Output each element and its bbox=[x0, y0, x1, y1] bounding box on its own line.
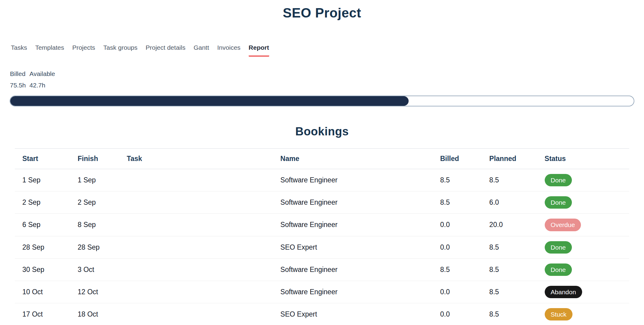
cell-task bbox=[119, 236, 273, 258]
cell-task bbox=[119, 303, 273, 325]
cell-planned: 8.5 bbox=[482, 281, 537, 303]
available-label: Available bbox=[30, 70, 55, 77]
billed-progress-bar bbox=[10, 96, 634, 106]
cell-planned: 8.5 bbox=[482, 169, 537, 191]
table-row: 28 Sep28 SepSEO Expert0.08.5Done bbox=[15, 236, 629, 258]
cell-name: SEO Expert bbox=[273, 236, 432, 258]
available-summary-col: Available 42.7h bbox=[30, 70, 55, 89]
cell-task bbox=[119, 258, 273, 281]
cell-finish: 2 Sep bbox=[70, 191, 119, 214]
cell-name: Software Engineer bbox=[273, 169, 432, 191]
cell-finish: 3 Oct bbox=[70, 258, 119, 281]
billed-value: 75.5h bbox=[10, 82, 26, 89]
status-badge: Stuck bbox=[545, 308, 573, 320]
cell-task bbox=[119, 214, 273, 236]
billed-summary-col: Billed 75.5h bbox=[10, 70, 26, 89]
tab-templates[interactable]: Templates bbox=[35, 44, 64, 57]
cell-start: 17 Oct bbox=[15, 303, 70, 325]
header-row: StartFinishTaskNameBilledPlannedStatus bbox=[15, 149, 629, 169]
billed-available-summary: Billed 75.5h Available 42.7h bbox=[0, 70, 644, 89]
table-row: 17 Oct18 OctSEO Expert0.08.5Stuck bbox=[15, 303, 629, 325]
cell-status: Stuck bbox=[537, 303, 629, 325]
tab-tasks[interactable]: Tasks bbox=[11, 44, 27, 57]
cell-name: Software Engineer bbox=[273, 281, 432, 303]
column-header-finish: Finish bbox=[70, 149, 119, 169]
cell-billed: 0.0 bbox=[432, 281, 482, 303]
available-value: 42.7h bbox=[30, 82, 55, 89]
tab-report[interactable]: Report bbox=[249, 44, 269, 57]
table-row: 30 Sep3 OctSoftware Engineer8.58.5Done bbox=[15, 258, 629, 281]
cell-status: Abandon bbox=[537, 281, 629, 303]
tab-gantt[interactable]: Gantt bbox=[193, 44, 209, 57]
bookings-table: StartFinishTaskNameBilledPlannedStatus 1… bbox=[15, 148, 629, 325]
cell-start: 1 Sep bbox=[15, 169, 70, 191]
status-badge: Done bbox=[545, 263, 572, 276]
cell-planned: 8.5 bbox=[482, 236, 537, 258]
cell-status: Overdue bbox=[537, 214, 629, 236]
cell-finish: 8 Sep bbox=[70, 214, 119, 236]
cell-name: Software Engineer bbox=[273, 258, 432, 281]
cell-billed: 0.0 bbox=[432, 303, 482, 325]
cell-task bbox=[119, 281, 273, 303]
status-badge: Done bbox=[545, 196, 572, 209]
cell-planned: 8.5 bbox=[482, 303, 537, 325]
cell-task bbox=[119, 169, 273, 191]
status-badge: Done bbox=[545, 241, 572, 254]
cell-task bbox=[119, 191, 273, 214]
cell-status: Done bbox=[537, 169, 629, 191]
cell-start: 6 Sep bbox=[15, 214, 70, 236]
tab-projects[interactable]: Projects bbox=[72, 44, 95, 57]
tab-invoices[interactable]: Invoices bbox=[217, 44, 241, 57]
status-badge: Overdue bbox=[545, 219, 581, 231]
page-title: SEO Project bbox=[0, 0, 644, 21]
cell-finish: 28 Sep bbox=[70, 236, 119, 258]
cell-status: Done bbox=[537, 258, 629, 281]
cell-billed: 0.0 bbox=[432, 236, 482, 258]
tab-bar: TasksTemplatesProjectsTask groupsProject… bbox=[0, 44, 644, 57]
cell-billed: 8.5 bbox=[432, 169, 482, 191]
column-header-start: Start bbox=[15, 149, 70, 169]
cell-name: Software Engineer bbox=[273, 214, 432, 236]
status-badge: Abandon bbox=[545, 286, 582, 298]
table-row: 10 Oct12 OctSoftware Engineer0.08.5Aband… bbox=[15, 281, 629, 303]
cell-status: Done bbox=[537, 236, 629, 258]
cell-finish: 18 Oct bbox=[70, 303, 119, 325]
progress-fill bbox=[10, 96, 409, 106]
cell-start: 2 Sep bbox=[15, 191, 70, 214]
billed-label: Billed bbox=[10, 70, 26, 77]
table-row: 2 Sep2 SepSoftware Engineer8.56.0Done bbox=[15, 191, 629, 214]
column-header-billed: Billed bbox=[432, 149, 482, 169]
cell-billed: 8.5 bbox=[432, 191, 482, 214]
tab-task-groups[interactable]: Task groups bbox=[103, 44, 137, 57]
cell-planned: 6.0 bbox=[482, 191, 537, 214]
cell-name: Software Engineer bbox=[273, 191, 432, 214]
cell-planned: 20.0 bbox=[482, 214, 537, 236]
column-header-name: Name bbox=[273, 149, 432, 169]
cell-start: 30 Sep bbox=[15, 258, 70, 281]
cell-start: 10 Oct bbox=[15, 281, 70, 303]
column-header-planned: Planned bbox=[482, 149, 537, 169]
status-badge: Done bbox=[545, 174, 572, 186]
tab-project-details[interactable]: Project details bbox=[146, 44, 186, 57]
cell-finish: 12 Oct bbox=[70, 281, 119, 303]
cell-billed: 8.5 bbox=[432, 258, 482, 281]
cell-finish: 1 Sep bbox=[70, 169, 119, 191]
bookings-table-body: 1 Sep1 SepSoftware Engineer8.58.5Done2 S… bbox=[15, 169, 629, 325]
cell-status: Done bbox=[537, 191, 629, 214]
cell-name: SEO Expert bbox=[273, 303, 432, 325]
table-row: 6 Sep8 SepSoftware Engineer0.020.0Overdu… bbox=[15, 214, 629, 236]
report-page: SEO Project TasksTemplatesProjectsTask g… bbox=[0, 0, 644, 325]
cell-billed: 0.0 bbox=[432, 214, 482, 236]
bookings-title: Bookings bbox=[0, 125, 644, 138]
column-header-status: Status bbox=[537, 149, 629, 169]
cell-start: 28 Sep bbox=[15, 236, 70, 258]
table-row: 1 Sep1 SepSoftware Engineer8.58.5Done bbox=[15, 169, 629, 191]
column-header-task: Task bbox=[119, 149, 273, 169]
bookings-table-header: StartFinishTaskNameBilledPlannedStatus bbox=[15, 149, 629, 169]
cell-planned: 8.5 bbox=[482, 258, 537, 281]
